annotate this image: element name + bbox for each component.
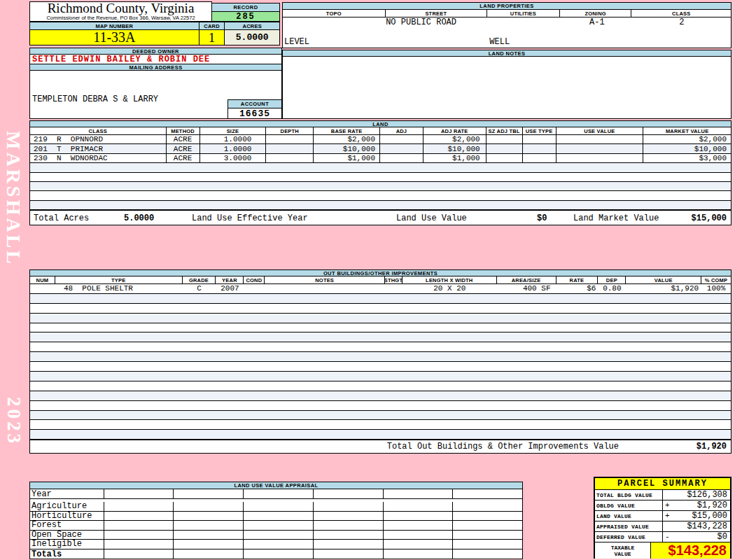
acres-value: 5.0000 <box>225 30 279 45</box>
empty-row <box>30 342 731 352</box>
parcel-summary-title: PARCEL SUMMARY <box>595 478 730 490</box>
appraisal-row: Forest <box>30 521 522 531</box>
land-row: 201 T PRIMACR ACRE 1.0000 $10,000 $10,00… <box>30 144 731 153</box>
summary-value: $1,920 <box>663 500 730 510</box>
outb-header-pct-comp: % COMP <box>701 276 731 284</box>
appraisal-label: Open Space <box>30 531 104 540</box>
land-properties-box: LAND PROPERTIES TOPO STREET UTILITIES ZO… <box>282 2 732 48</box>
land-header-sz-adj-tbl: SZ ADJ TBL <box>486 127 523 134</box>
outb-cell-num <box>30 284 55 293</box>
outb-cell-pct-comp: 100% <box>701 284 731 293</box>
empty-row <box>30 352 731 362</box>
account-box: ACCOUNT 16635 <box>227 99 282 119</box>
summary-value: $15,000 <box>663 511 730 521</box>
empty-row <box>30 420 731 430</box>
summary-row: TOTAL BLDG VALUE $126,308 <box>595 490 730 500</box>
acres-label: ACRES <box>225 22 279 29</box>
land-cell-class: 219 R OPNNORD <box>30 135 167 144</box>
land-properties-header-topo: TOPO <box>283 10 386 17</box>
summary-operator: - <box>665 533 670 541</box>
land-table-title: LAND <box>30 121 731 127</box>
account-value: 16635 <box>228 108 281 118</box>
outb-cell-cond <box>244 284 265 293</box>
outb-cell-dep: 0.80 <box>598 284 626 293</box>
empty-row <box>30 332 731 342</box>
land-market-value-label: Land Market Value <box>573 214 659 223</box>
empty-row <box>30 201 731 210</box>
empty-row <box>30 314 731 323</box>
summary-row: OBLDG VALUE + $1,920 <box>595 500 730 511</box>
empty-row <box>30 294 731 304</box>
empty-row <box>30 304 731 314</box>
land-use-appraisal-table: LAND USE VALUE APPRAISAL Year Agricultur… <box>29 482 523 559</box>
land-cell-adj-rate: $10,000 <box>424 144 486 153</box>
land-cell-depth <box>266 144 314 153</box>
county-title: Richmond County, Virginia <box>30 1 211 15</box>
land-use-value: $0 <box>537 214 547 223</box>
total-acres-value: 5.0000 <box>124 214 154 223</box>
land-row: 219 R OPNNORD ACRE 1.0000 $2,000 $2,000 … <box>30 135 731 144</box>
outb-cell-type: 48 POLE SHELTR <box>55 284 183 293</box>
empty-row <box>30 372 731 382</box>
outb-cell-rate: $6 <box>556 284 598 293</box>
appraisal-row: Agriculture <box>30 502 522 512</box>
out-buildings-total-row: Total Out Buildings & Other Improvements… <box>30 440 731 453</box>
land-cell-method: ACRE <box>167 144 200 153</box>
land-cell-use-type <box>523 154 556 162</box>
land-header-depth: DEPTH <box>266 127 314 134</box>
card-value: 1 <box>200 30 225 45</box>
record-box: RECORD 285 <box>211 3 280 22</box>
outb-total-label: Total Out Buildings & Other Improvements… <box>387 442 619 451</box>
land-cell-use-type <box>523 135 556 144</box>
map-number-label: MAP NUMBER <box>30 22 200 29</box>
parcel-summary-box: PARCEL SUMMARY TOTAL BLDG VALUE $126,308… <box>594 477 732 559</box>
outb-cell-area-size: 400 SF <box>497 284 556 293</box>
empty-row <box>30 391 731 401</box>
land-properties-class-value: 2 <box>633 18 731 48</box>
land-cell-use-value <box>556 144 644 153</box>
empty-row <box>30 173 731 182</box>
taxable-label-line2: VALUE <box>614 551 631 557</box>
record-label: RECORD <box>212 4 279 12</box>
property-record-card: { "page": { "title": "Richmond County, V… <box>0 0 735 560</box>
appraisal-label: Year <box>30 489 104 498</box>
out-buildings-table: OUT BUILDINGS/OTHER IMPROVEMENTS NUM TYP… <box>29 270 732 454</box>
outb-header-grade: GRADE <box>183 276 216 284</box>
land-cell-market-value: $3,000 <box>643 154 731 162</box>
land-row: 230 N WDNORDAC ACRE 3.0000 $1,000 $1,000… <box>30 154 731 163</box>
appraisal-row: Open Space <box>30 531 522 540</box>
land-properties-zoning-value: A-1 <box>561 18 633 48</box>
outb-cell-sthgt <box>385 284 402 293</box>
summary-row: DEFERRED VALUE - $0 <box>595 532 730 542</box>
record-value: 285 <box>212 12 279 21</box>
land-properties-street-value: NO PUBLIC ROAD <box>386 18 486 48</box>
card-label: CARD <box>200 22 225 29</box>
outb-header-value: VALUE <box>626 276 701 284</box>
land-cell-size: 3.0000 <box>200 154 267 162</box>
taxable-value-label: TAXABLE VALUE <box>595 542 651 559</box>
land-properties-header-class: CLASS <box>631 10 731 17</box>
land-cell-sz-adj-tbl <box>486 144 523 153</box>
land-header-market-value: MARKET VALUE <box>643 127 731 134</box>
outb-header-length-width: LENGTH X WIDTH <box>402 276 497 284</box>
land-cell-method: ACRE <box>167 135 200 144</box>
land-header-base-rate: BASE RATE <box>314 127 380 134</box>
outb-total-value: $1,920 <box>696 442 727 451</box>
land-cell-depth <box>266 135 314 144</box>
summary-value: $0 <box>663 532 730 542</box>
land-table: LAND CLASS METHOD SIZE DEPTH BASE RATE A… <box>29 120 732 225</box>
land-cell-base-rate: $1,000 <box>314 154 380 162</box>
taxable-value-row: TAXABLE VALUE $143,228 <box>595 542 730 559</box>
land-cell-adj <box>380 144 424 153</box>
land-cell-sz-adj-tbl <box>486 135 523 144</box>
land-properties-topo-values: LEVEL NO ROAD 100 + FEET <box>283 18 386 48</box>
outb-header-dep: DEP <box>598 276 626 284</box>
appraisal-title: LAND USE VALUE APPRAISAL <box>30 482 522 489</box>
land-header-adj-rate: ADJ RATE <box>424 127 486 134</box>
outb-cell-length-width: 20 X 20 <box>402 284 497 293</box>
appraisal-label: Forest <box>30 521 104 530</box>
appraisal-label-totals: Totals <box>30 550 104 559</box>
appraisal-row-totals: Totals <box>30 550 522 559</box>
land-header-class: CLASS <box>30 127 167 134</box>
land-notes-title: LAND NOTES <box>283 50 731 57</box>
